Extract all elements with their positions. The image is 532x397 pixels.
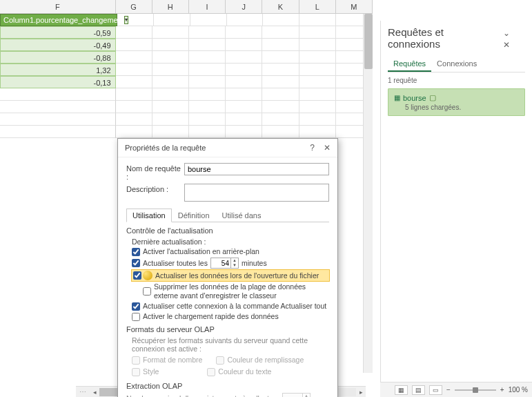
olap-style-label: Style [143,367,159,376]
table-row[interactable]: -0,88 [0,51,116,64]
tab-connections[interactable]: Connexions [431,57,482,72]
refresh-every-checkbox[interactable] [132,259,140,267]
scroll-right-icon[interactable]: ▸ [356,389,366,396]
panel-collapse-icon[interactable]: ⌄ [503,28,510,38]
tab-usage[interactable]: Utilisation [126,209,172,222]
table-row[interactable]: -0,59 [0,26,116,39]
table-row[interactable]: 1,32 [0,64,116,76]
spinner-up-icon[interactable]: ▲ [231,258,238,263]
refresh-all-label: Actualiser cette connexion à la commande… [143,302,326,311]
query-description-input[interactable] [184,184,329,202]
query-properties-dialog: Propriétés de la requête ? ✕ Nom de requ… [117,138,338,397]
olap-fill-label: Couleur de remplissage [227,356,304,365]
tab-definition[interactable]: Définition [172,209,216,222]
col-header-M[interactable]: M [336,0,373,13]
remove-external-data-checkbox[interactable] [143,287,151,296]
refresh-minutes-spinner[interactable]: ▲▼ [210,258,239,269]
zoom-plus[interactable]: + [500,386,504,394]
grid[interactable]: Column1.pourcentage_changement ▾ -0,59 -… [0,14,373,138]
query-status: 5 lignes chargées. [405,104,519,111]
name-label: Nom de requête : [126,163,184,181]
scroll-left-icon[interactable]: ◂ [90,389,99,396]
background-refresh-checkbox[interactable] [132,248,140,256]
query-item-bourse[interactable]: ▦ bourse ▢ 5 lignes chargées. [388,88,525,116]
extract-input [283,394,302,397]
col-header-G[interactable]: G [116,0,152,13]
status-bar: ▦ ▤ ▭ − + 100 % [380,382,532,397]
column-headers: F G H I J K L M [0,0,373,14]
table-column-header[interactable]: Column1.pourcentage_changement ▾ [0,14,117,26]
spinner-down-icon[interactable]: ▼ [231,263,238,268]
refresh-every-label-pre: Actualiser toutes les [143,259,208,268]
col-header-K[interactable]: K [262,0,299,13]
olap-textcolor-label: Couleur du texte [218,367,271,376]
query-name-input[interactable] [184,163,329,175]
olap-textcolor-checkbox [207,368,215,376]
olap-section-title: Formats du serveur OLAP [126,325,329,333]
zoom-slider[interactable] [455,389,496,391]
col-header-L[interactable]: L [299,0,336,13]
col-header-H[interactable]: H [152,0,189,13]
dialog-help-icon[interactable]: ? [310,143,315,153]
scrollbar-thumb[interactable] [364,14,373,69]
col-header-I[interactable]: I [189,0,226,13]
zoom-slider-knob[interactable] [473,387,478,393]
background-refresh-label: Activer l'actualisation en arrière-plan [143,247,259,256]
refresh-on-open-label: Actualiser les données lors de l'ouvertu… [155,271,319,280]
queries-panel: Requêtes et connexions ⌄ ✕ Requêtes Conn… [380,21,532,387]
dialog-close-icon[interactable]: ✕ [324,143,331,153]
col-header-J[interactable]: J [226,0,262,13]
refresh-minutes-input[interactable] [211,258,230,268]
olap-fill-checkbox [216,356,224,365]
table-row[interactable]: -0,13 [0,76,116,88]
query-name: bourse [403,94,426,102]
extract-spinner: ▲▼ [282,393,311,397]
refresh-section-title: Contrôle de l'actualisation [126,226,329,235]
refresh-on-open-checkbox[interactable] [133,271,141,280]
fastload-label: Activer le chargement rapide des données [143,312,279,321]
table-column-header-label: Column1.pourcentage_changement [3,14,124,26]
refresh-every-unit: minutes [242,259,267,268]
spinner-up-icon: ▲ [303,394,310,397]
refresh-all-checkbox[interactable] [132,302,140,311]
olap-style-checkbox [132,368,140,376]
extract-section-title: Extraction OLAP [126,382,329,390]
zoom-level[interactable]: 100 % [509,386,528,394]
dialog-title: Propriétés de la requête [125,144,206,152]
olap-number-label: Format de nombre [143,356,202,365]
col-header-F[interactable]: F [0,0,116,13]
panel-title: Requêtes et connexions [388,26,497,50]
vertical-scrollbar[interactable] [363,14,373,373]
tab-used-in[interactable]: Utilisé dans [216,209,268,222]
last-refresh-label: Dernière actualisation : [132,238,329,246]
olap-text: Récupérer les formats suivants du serveu… [132,336,329,353]
fastload-checkbox[interactable] [132,313,140,321]
click-cursor-icon [143,271,152,280]
sheet-nav-dots[interactable]: ⋯ [76,388,90,396]
panel-close-icon[interactable]: ✕ [503,40,510,50]
view-normal-icon[interactable]: ▦ [395,385,408,395]
remove-external-data-label: Supprimer les données de la plage de don… [154,282,329,300]
olap-number-checkbox [132,356,140,365]
table-row[interactable]: -0,49 [0,39,116,51]
extract-label: Nombre maximal d'enregistrements à colle… [126,394,279,398]
view-pagelayout-icon[interactable]: ▤ [412,385,425,395]
tab-queries[interactable]: Requêtes [388,57,431,72]
table-icon: ▦ [394,94,400,101]
zoom-minus[interactable]: − [446,386,451,394]
query-peek-icon[interactable]: ▢ [429,93,436,102]
query-count: 1 requête [388,77,525,84]
description-label: Description : [126,184,184,193]
view-pagebreak-icon[interactable]: ▭ [429,385,442,395]
